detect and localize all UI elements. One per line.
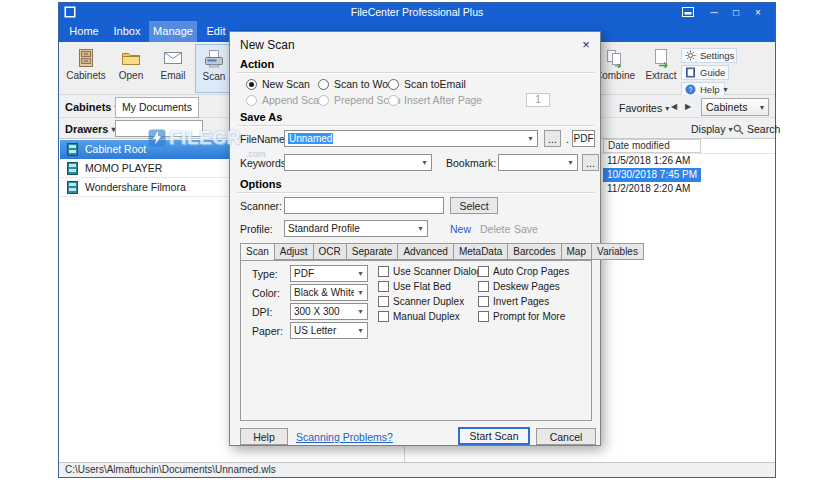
tab-barcodes[interactable]: Barcodes (508, 243, 561, 260)
section-line (238, 72, 594, 74)
checkbox-invert-pages[interactable]: Invert Pages (478, 296, 549, 307)
help-button[interactable]: Help (240, 428, 288, 445)
checkbox-icon (378, 266, 389, 277)
help-button-label: Help (700, 84, 720, 95)
scan-button[interactable]: Scan (195, 44, 233, 93)
radio-new-scan[interactable]: New Scan (246, 78, 310, 90)
checkbox-manual-duplex[interactable]: Manual Duplex (378, 311, 460, 322)
tab-my-documents[interactable]: My Documents (115, 97, 199, 118)
checkbox-deskew-pages[interactable]: Deskew Pages (478, 281, 560, 292)
paper-select[interactable]: US Letter ▾ (290, 322, 368, 339)
cabinets-view-select[interactable]: Cabinets ▾ (701, 98, 769, 116)
scanner-icon (204, 49, 224, 69)
checkbox-auto-crop-pages[interactable]: Auto Crop Pages (478, 266, 569, 277)
radio-scan-to-word[interactable]: Scan to Word (318, 78, 397, 90)
checkbox-label: Manual Duplex (393, 311, 460, 322)
app-window: FileCenter Professional Plus ─ □ × Home … (58, 2, 776, 478)
file-row-date-selected[interactable]: 10/30/2018 7:45 PM (603, 168, 701, 182)
checkbox-use-flat-bed[interactable]: Use Flat Bed (378, 281, 451, 292)
filename-value: Unnamed (288, 133, 333, 144)
extract-button[interactable]: Extract (641, 44, 681, 93)
nav-back-button[interactable]: ◀ (671, 102, 677, 111)
cabinets-button[interactable]: Cabinets (63, 44, 109, 93)
tab-ocr[interactable]: OCR (314, 243, 347, 260)
section-options: Options (240, 178, 282, 190)
list-item-label: MOMO PLAYER (85, 162, 162, 174)
search-button[interactable]: Search (733, 123, 780, 135)
checkbox-label: Deskew Pages (493, 281, 560, 292)
radio-circle-icon (318, 95, 329, 106)
favorites-label: Favorites (619, 102, 662, 114)
tab-scan[interactable]: Scan (240, 243, 275, 261)
window-menu-icon[interactable] (677, 3, 699, 21)
checkbox-use-scanner-dialog[interactable]: Use Scanner Dialog (378, 266, 482, 277)
scanning-problems-link[interactable]: Scanning Problems? (296, 431, 393, 443)
radio-append-scan: Append Scan (246, 94, 325, 106)
radio-circle-icon (246, 95, 257, 106)
radio-label: Insert After Page (404, 94, 482, 106)
cabinets-dropdown[interactable]: Cabinets ▾ (65, 101, 118, 113)
settings-button-label: Settings (700, 50, 734, 61)
tab-metadata[interactable]: MetaData (454, 243, 508, 260)
checkbox-label: Use Scanner Dialog (393, 266, 482, 277)
tab-variables[interactable]: Variables (592, 243, 644, 260)
checkbox-label: Prompt for More (493, 311, 565, 322)
search-icon (733, 124, 744, 135)
checkbox-scanner-duplex[interactable]: Scanner Duplex (378, 296, 464, 307)
extension-field[interactable]: PDF (572, 130, 595, 147)
bookmark-browse-button[interactable]: ... (582, 154, 599, 171)
radio-insert-after-page: Insert After Page (388, 94, 482, 106)
scanner-label: Scanner: (240, 200, 282, 212)
dpi-select[interactable]: 300 X 300 ▾ (290, 303, 368, 320)
checkbox-label: Use Flat Bed (393, 281, 451, 292)
filename-combo[interactable]: Unnamed ▾ (284, 130, 538, 147)
filename-browse-button[interactable]: ... (544, 130, 561, 147)
start-scan-button[interactable]: Start Scan (458, 427, 530, 445)
tab-separate[interactable]: Separate (347, 243, 399, 260)
radio-circle-icon (246, 79, 257, 90)
tab-map[interactable]: Map (562, 243, 592, 260)
color-select[interactable]: Black & White ▾ (290, 284, 368, 301)
type-select[interactable]: PDF ▾ (290, 265, 368, 282)
profile-combo[interactable]: Standard Profile ▾ (284, 220, 428, 237)
scanner-select-button[interactable]: Select (450, 197, 498, 214)
checkbox-prompt-for-more[interactable]: Prompt for More (478, 311, 565, 322)
combine-icon (605, 48, 625, 68)
profile-new-link[interactable]: New (450, 223, 471, 235)
nav-forward-button[interactable]: ▶ (685, 102, 691, 111)
tab-manage[interactable]: Manage (149, 21, 197, 42)
keywords-combo[interactable]: ▾ (284, 154, 432, 171)
email-icon (163, 48, 183, 68)
checkbox-icon (478, 281, 489, 292)
tab-inbox[interactable]: Inbox (105, 21, 149, 42)
bookmark-combo[interactable]: ▾ (498, 154, 578, 171)
settings-button[interactable]: Settings (681, 48, 737, 63)
display-dropdown[interactable]: Display ▾ (691, 123, 732, 135)
dpi-value: 300 X 300 (291, 306, 354, 317)
drawers-dropdown[interactable]: Drawers ▾ (65, 123, 115, 135)
radio-label: Append Scan (262, 94, 325, 106)
file-row-date[interactable]: 11/5/2018 1:26 AM (603, 154, 701, 168)
list-item-label: Wondershare Filmora (85, 181, 186, 193)
scanner-field[interactable] (284, 197, 444, 214)
file-row-date[interactable]: 11/2/2018 2:20 AM (603, 182, 701, 196)
open-button[interactable]: Open (111, 44, 151, 93)
drawer-filter-input[interactable] (115, 120, 203, 137)
tab-adjust[interactable]: Adjust (275, 243, 314, 260)
favorites-dropdown[interactable]: Favorites ▾ (619, 102, 669, 114)
column-header-date-modified[interactable]: Date modified (603, 139, 701, 153)
email-button-label: Email (160, 70, 185, 81)
tab-home[interactable]: Home (63, 21, 105, 42)
email-button[interactable]: Email (153, 44, 193, 93)
tab-advanced[interactable]: Advanced (398, 243, 453, 260)
chevron-down-icon: ▾ (524, 134, 537, 143)
guide-button[interactable]: Guide (681, 65, 729, 80)
profile-save-link: Save (514, 223, 538, 235)
dialog-close-button[interactable]: × (578, 36, 594, 52)
radio-scan-to-email[interactable]: Scan toEmail (388, 78, 466, 90)
status-path: C:\Users\Almaftuchin\Documents\Unnamed.w… (65, 464, 276, 475)
minimize-button[interactable]: ─ (703, 3, 725, 21)
cancel-button[interactable]: Cancel (536, 428, 596, 445)
maximize-button[interactable]: □ (725, 3, 747, 21)
close-button[interactable]: × (747, 3, 769, 21)
